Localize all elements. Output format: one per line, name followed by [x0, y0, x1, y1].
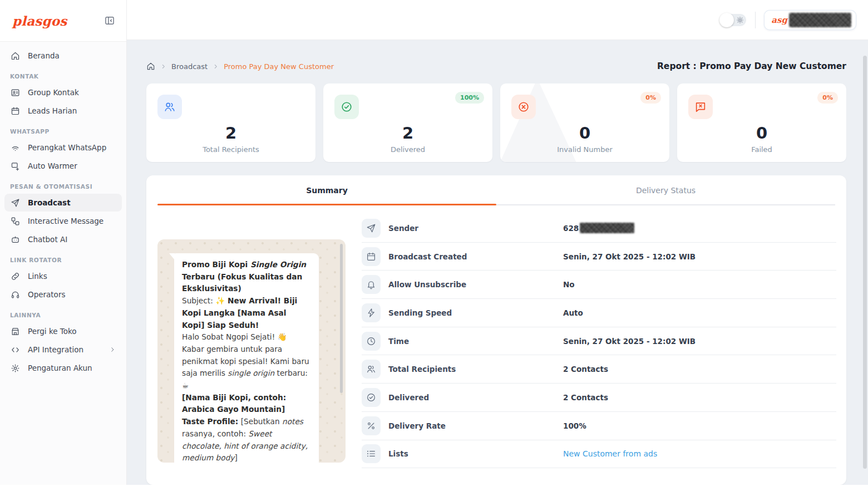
detail-row-sender: Sender628 [362, 214, 836, 243]
sidebar-item-interactive-message[interactable]: Interactive Message [4, 212, 122, 230]
stat-card-invalid-number: 0%0Invalid Number [500, 84, 669, 162]
message-text-segment: Taste Profile: [182, 417, 238, 426]
breadcrumb-home[interactable] [146, 62, 155, 71]
sidebar-header: plasgos [0, 0, 126, 42]
sidebar: plasgos BerandaKONTAKGroup KontakLeads H… [0, 0, 127, 485]
calendar-icon [366, 252, 376, 262]
stat-label: Total Recipients [157, 145, 304, 154]
message-plus-icon [11, 161, 20, 171]
detail-value: Senin, 27 Okt 2025 - 12:02 WIB [563, 337, 696, 346]
sidebar-item-label: Operators [28, 290, 65, 299]
stat-card-total-recipients: 2Total Recipients [146, 84, 315, 162]
sidebar-item-leads-harian[interactable]: Leads Harian [4, 102, 122, 120]
theme-toggle[interactable] [721, 14, 746, 26]
detail-label: Total Recipients [388, 365, 563, 374]
detail-label: Broadcast Created [388, 252, 563, 261]
list-icon [366, 449, 376, 459]
message-text-segment: notes [282, 417, 303, 426]
check-circle-icon [341, 101, 353, 113]
main-content: BroadcastPromo Pay Day New Customer Repo… [127, 40, 868, 485]
message-text-segment: Terbaru (Fokus Kualitas dan Eksklusivita… [182, 272, 302, 293]
sidebar-item-label: Beranda [28, 51, 60, 60]
flow-icon [11, 217, 20, 226]
users-icon [164, 101, 176, 113]
detail-label: Time [388, 337, 563, 346]
detail-row-icon-box [362, 360, 381, 379]
message-text-segment: Halo Sobat Ngopi Sejati! 👋 [182, 332, 287, 341]
sidebar-item-pengaturan-akun[interactable]: Pengaturan Akun [4, 359, 122, 377]
detail-value: No [563, 280, 575, 289]
sidebar-item-label: Group Kontak [28, 88, 79, 97]
sidebar-item-label: API Integration [28, 345, 83, 354]
page-scrollbar[interactable] [863, 56, 867, 469]
detail-label: Sending Speed [388, 308, 563, 317]
user-account-badge[interactable]: asg [765, 11, 856, 30]
detail-value-link[interactable]: New Customer from ads [563, 449, 657, 458]
detail-row-icon-box [362, 444, 381, 463]
sidebar-item-label: Leads Harian [28, 106, 77, 115]
headset-icon [11, 290, 20, 299]
breadcrumb-item[interactable]: Broadcast [171, 62, 208, 71]
detail-row-lists: ListsNew Customer from ads [362, 440, 836, 469]
sidebar-collapse-button[interactable] [103, 14, 116, 27]
sidebar-item-pergi-ke-toko[interactable]: Pergi ke Toko [4, 322, 122, 340]
code-icon [11, 345, 20, 355]
stat-icon-box [688, 95, 713, 119]
stat-percentage-badge: 0% [640, 92, 661, 104]
sidebar-item-operators[interactable]: Operators [4, 286, 122, 303]
sidebar-item-label: Pergi ke Toko [28, 327, 77, 336]
chevron-right-icon [160, 63, 166, 70]
stat-card-failed: 0%0Failed [677, 84, 846, 162]
message-text-segment: Subject: [182, 296, 215, 305]
breadcrumb-separator-icon [213, 63, 219, 70]
topbar-divider [755, 12, 756, 28]
detail-row-icon-box [362, 219, 381, 238]
link-icon [11, 272, 20, 281]
sidebar-section-header: LINK ROTATOR [10, 257, 116, 263]
message-text-segment: [Nama Biji Kopi, contoh: Arabica Gayo Mo… [182, 393, 286, 414]
stat-icon-box [334, 95, 359, 119]
sidebar-item-api-integration[interactable]: API Integration [4, 341, 122, 358]
topbar: asg [127, 0, 868, 40]
detail-label: Sender [388, 224, 563, 233]
check-circle-icon [366, 392, 376, 402]
tab-summary[interactable]: Summary [157, 175, 496, 205]
sidebar-item-label: Auto Warmer [28, 161, 77, 170]
sidebar-item-perangkat-whatsapp[interactable]: Perangkat WhatsApp [4, 139, 122, 156]
panel-body: Promo Biji Kopi Single Origin Terbaru (F… [146, 205, 846, 485]
detail-value: 2 Contacts [563, 365, 608, 374]
preview-scrollbar[interactable] [340, 244, 343, 393]
sidebar-item-beranda[interactable]: Beranda [4, 47, 122, 65]
percent-icon [366, 421, 376, 431]
detail-value: 628 [563, 223, 634, 233]
sidebar-item-auto-warmer[interactable]: Auto Warmer [4, 157, 122, 175]
sidebar-item-broadcast[interactable]: Broadcast [4, 194, 122, 212]
detail-label: Lists [388, 449, 563, 458]
sender-number-redacted [580, 223, 634, 233]
detail-row-delivery-rate: Delivery Rate100% [362, 412, 836, 440]
report-panel: SummaryDelivery Status Promo Biji Kopi S… [146, 175, 846, 485]
stat-label: Failed [688, 145, 835, 154]
sidebar-item-links[interactable]: Links [4, 267, 122, 285]
sidebar-item-chatbot-ai[interactable]: Chatbot AI [4, 230, 122, 248]
message-text-segment: Promo Biji Kopi [182, 260, 250, 269]
broadcast-details: Sender628Broadcast CreatedSenin, 27 Okt … [362, 214, 836, 468]
detail-row-total-recipients: Total Recipients2 Contacts [362, 355, 836, 384]
stat-percentage-badge: 0% [817, 92, 838, 104]
detail-value: 100% [563, 421, 586, 430]
sidebar-section-header: LAINNYA [10, 312, 116, 318]
detail-row-icon-box [362, 332, 381, 351]
calendar-icon [11, 106, 20, 116]
sidebar-nav: BerandaKONTAKGroup KontakLeads HarianWHA… [0, 42, 126, 377]
user-name-prefix: asg [771, 15, 787, 25]
tab-delivery-status[interactable]: Delivery Status [496, 175, 835, 205]
sidebar-item-label: Perangkat WhatsApp [28, 143, 106, 152]
sun-icon [736, 16, 744, 24]
sidebar-item-group-kontak[interactable]: Group Kontak [4, 84, 122, 101]
sidebar-item-label: Links [28, 272, 47, 281]
message-bubble: Promo Biji Kopi Single Origin Terbaru (F… [174, 253, 319, 463]
detail-row-icon-box [362, 388, 381, 407]
stat-value: 0 [688, 124, 835, 143]
sidebar-section-header: PESAN & OTOMATISASI [10, 183, 116, 190]
wifi-icon [11, 143, 20, 153]
